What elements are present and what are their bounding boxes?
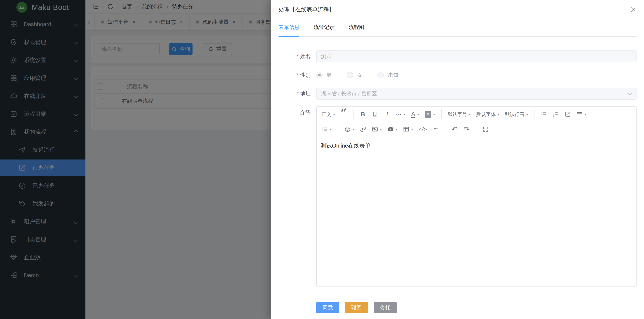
toolbar-font-size-button[interactable]: 默认字号▾	[446, 109, 473, 120]
quote-icon: “	[341, 112, 347, 117]
toolbar-more-button[interactable]: ···▾	[393, 109, 408, 120]
toolbar-paragraph-button[interactable]: 正文▾	[320, 109, 337, 120]
editor-toolbar: 正文▾“BUI···▾A▾A▾默认字号▾默认字体▾默认行高▾123▾ ▾▾▾▾▾…	[316, 107, 636, 137]
toolbar-justify-button[interactable]: ▾	[574, 109, 589, 120]
toolbar-divider	[534, 109, 534, 119]
redo-icon: ↷	[464, 126, 470, 133]
editor-content[interactable]: 测试Online在线表单	[316, 137, 636, 286]
action-button-驳回[interactable]: 驳回	[345, 302, 368, 313]
image-icon	[372, 126, 378, 132]
toolbar-divider	[338, 124, 338, 134]
toolbar-redo-button[interactable]: ↷	[461, 124, 472, 135]
toolbar-button-label: 正文	[322, 111, 331, 118]
app-root: Maku Boot Dashboard权限管理系统设置应用管理在线开发流程引擎我…	[0, 0, 644, 319]
numbered-list-icon: 123	[552, 111, 559, 118]
editor-text: 测试Online在线表单	[321, 143, 370, 149]
toolbar-divider-line-button[interactable]	[430, 124, 441, 135]
caret-down-icon: ▾	[380, 128, 382, 131]
drawer-tab-表单信息[interactable]: 表单信息	[278, 24, 300, 36]
form-row-gender: *性别 男女未知	[278, 69, 636, 81]
divider-line-icon	[432, 126, 439, 132]
radio-label: 男	[327, 72, 332, 79]
link-icon	[360, 126, 366, 132]
rich-text-editor: 正文▾“BUI···▾A▾A▾默认字号▾默认字体▾默认行高▾123▾ ▾▾▾▾▾…	[316, 106, 636, 286]
toolbar-table-button[interactable]: ▾	[401, 124, 415, 135]
undo-icon: ↶	[452, 126, 458, 133]
gender-radio-女[interactable]: 女	[347, 72, 362, 79]
bullet-list-icon	[541, 111, 547, 118]
form-row-intro: 介绍 正文▾“BUI···▾A▾A▾默认字号▾默认字体▾默认行高▾123▾ ▾▾…	[278, 106, 636, 286]
action-button-同意[interactable]: 同意	[316, 302, 339, 313]
table-icon	[403, 126, 409, 132]
code-icon: </>	[419, 126, 427, 132]
toolbar-indent-button[interactable]: ▾	[320, 124, 334, 135]
toolbar-button-label: 默认字号	[448, 111, 467, 118]
caret-down-icon: ▾	[498, 113, 500, 116]
name-field[interactable]: 测试	[316, 51, 636, 62]
drawer-title: 处理【在线表单流程】	[278, 6, 334, 14]
caret-down-icon: ▾	[333, 113, 335, 116]
caret-down-icon: ▾	[411, 128, 413, 131]
toolbar-bullet-list-button[interactable]	[538, 109, 549, 120]
italic-icon: I	[386, 111, 388, 118]
toolbar-button-label: 默认字体	[476, 111, 496, 118]
toolbar-divider	[353, 109, 354, 119]
underline-icon: U	[372, 111, 377, 118]
name-field-value: 测试	[321, 53, 332, 60]
gender-radio-未知[interactable]: 未知	[378, 72, 398, 79]
radio-circle-icon	[378, 72, 384, 78]
name-label: *姓名	[278, 51, 310, 62]
bg-color-icon: A	[424, 111, 431, 118]
toolbar-emoji-button[interactable]: ▾	[342, 124, 357, 135]
gender-radio-group: 男女未知	[316, 69, 636, 81]
toolbar-italic-button[interactable]: I	[381, 109, 392, 120]
address-select-value: 湖南省 / 长沙市 / 岳麓区	[321, 90, 377, 97]
toolbar-image-button[interactable]: ▾	[370, 124, 384, 135]
toolbar-button-label: 默认行高	[505, 111, 524, 118]
action-button-委托[interactable]: 委托	[374, 302, 397, 313]
required-asterisk: *	[297, 72, 299, 78]
caret-down-icon: ▾	[330, 128, 332, 131]
toolbar-numbered-list-button[interactable]: 123	[550, 109, 561, 120]
drawer-tab-流程图[interactable]: 流程图	[349, 24, 364, 36]
toolbar-bold-button[interactable]: B	[358, 109, 368, 120]
radio-label: 未知	[388, 72, 398, 79]
radio-circle-icon	[347, 72, 353, 78]
drawer-tabs: 表单信息流转记录流程图	[278, 24, 636, 37]
toolbar-fullscreen-button[interactable]	[480, 124, 491, 135]
gender-radio-男[interactable]: 男	[316, 72, 332, 79]
address-select[interactable]: 湖南省 / 长沙市 / 岳麓区	[316, 88, 636, 100]
toolbar-link-button[interactable]	[358, 124, 368, 135]
required-asterisk: *	[297, 53, 299, 59]
caret-down-icon: ▾	[526, 113, 528, 116]
drawer-body: *姓名 测试 *性别 男女未知 *地址	[271, 51, 644, 313]
caret-down-icon: ▾	[352, 128, 354, 131]
indent-icon	[322, 126, 328, 132]
drawer-tab-流转记录[interactable]: 流转记录	[314, 24, 334, 36]
toolbar-todo-list-button[interactable]	[562, 109, 573, 120]
process-drawer: 处理【在线表单流程】 表单信息流转记录流程图 *姓名 测试 *性别	[271, 0, 644, 319]
toolbar-code-button[interactable]: </>	[416, 124, 429, 135]
close-icon[interactable]	[630, 6, 636, 13]
caret-down-icon: ▾	[417, 113, 419, 116]
toolbar-bg-color-button[interactable]: A▾	[422, 109, 437, 120]
editor-toolbar-row-2: ▾▾▾▾▾</>↶↷	[319, 122, 634, 137]
toolbar-divider	[476, 124, 476, 134]
toolbar-quote-button[interactable]: “	[338, 109, 349, 120]
toolbar-underline-button[interactable]: U	[370, 109, 380, 120]
more-styles-icon: ···	[396, 111, 402, 117]
toolbar-undo-button[interactable]: ↶	[449, 124, 460, 135]
toolbar-divider	[445, 124, 445, 134]
toolbar-video-button[interactable]: ▾	[385, 124, 400, 135]
caret-down-icon: ▾	[396, 128, 398, 131]
required-asterisk: *	[297, 91, 299, 97]
gender-label: *性别	[278, 69, 310, 81]
justify-icon	[576, 111, 583, 118]
emoji-icon	[344, 126, 351, 132]
bold-icon: B	[360, 111, 365, 118]
fullscreen-icon	[482, 126, 489, 132]
toolbar-line-height-button[interactable]: 默认行高▾	[503, 109, 530, 120]
drawer-actions: 同意驳回委托	[316, 302, 636, 313]
toolbar-font-family-button[interactable]: 默认字体▾	[474, 109, 502, 120]
toolbar-font-color-button[interactable]: A▾	[409, 109, 421, 120]
